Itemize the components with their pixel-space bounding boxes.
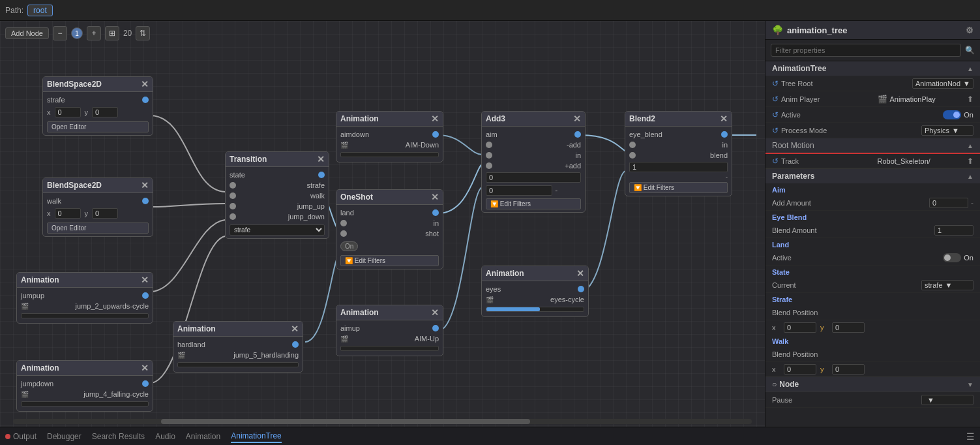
- tab-debugger[interactable]: Debugger: [47, 431, 82, 442]
- tab-audio[interactable]: Audio: [155, 431, 175, 442]
- add3-val1[interactable]: [486, 172, 581, 183]
- current-chevron: ▼: [945, 281, 953, 289]
- panel-header: 🌳 animation_tree ⚙: [765, 21, 980, 40]
- node-anim-aimup-body: aimup 🎬 AIM-Up: [336, 320, 443, 356]
- blendspace2-x[interactable]: [55, 208, 81, 219]
- blend2-val[interactable]: [629, 162, 728, 172]
- current-dropdown[interactable]: strafe ▼: [921, 280, 973, 290]
- port-walk-out: [142, 198, 149, 204]
- chevron-parameters: ▲: [967, 173, 973, 180]
- node-anim-eyes[interactable]: Animation ✕ eyes 🎬 eyes-cycle: [481, 266, 589, 317]
- tree-root-dropdown[interactable]: AnimationNod ▼: [912, 78, 973, 89]
- blendspace1-x[interactable]: [55, 107, 81, 117]
- add-amount-input[interactable]: [929, 198, 968, 208]
- oneshot-toggle[interactable]: On: [340, 241, 358, 251]
- port-row-eye-blend: eye_blend: [629, 129, 728, 140]
- node-blendspace1[interactable]: BlendSpace2D ✕ strafe x y Open Editor: [42, 76, 153, 136]
- tab-search-results[interactable]: Search Results: [92, 431, 145, 442]
- tree-root-chevron: ▼: [963, 80, 970, 87]
- blendspace2-y[interactable]: [92, 208, 118, 219]
- node-add3[interactable]: Add3 ✕ aim -add in +add: [481, 111, 586, 213]
- close-anim-hardland[interactable]: ✕: [291, 324, 299, 333]
- port-jump-up-in: jump_up: [230, 201, 325, 211]
- reset-process-mode[interactable]: ↺: [772, 126, 779, 135]
- node-blend2[interactable]: Blend2 ✕ eye_blend in blend -: [625, 111, 732, 196]
- eye-blend-subsection: Eye Blend: [765, 211, 980, 222]
- close-anim-jumpup[interactable]: ✕: [141, 275, 149, 284]
- close-blend2[interactable]: ✕: [720, 114, 728, 123]
- port-pos-add: +add: [486, 161, 581, 171]
- tab-output[interactable]: Output: [5, 431, 37, 442]
- close-transition[interactable]: ✕: [317, 155, 325, 164]
- tab-animation[interactable]: Animation: [186, 431, 220, 442]
- node-anim-jumpup[interactable]: Animation ✕ jumpup 🎬 jump_2_upwards-cycl…: [16, 272, 153, 324]
- land-active-value: On: [964, 254, 973, 262]
- node-anim-aimdown[interactable]: Animation ✕ aimdown 🎬 AIM-Down: [336, 111, 443, 162]
- process-mode-dropdown[interactable]: Physics ▼: [921, 125, 973, 136]
- close-oneshot[interactable]: ✕: [431, 192, 439, 202]
- port-in-blend2: in: [629, 140, 728, 150]
- close-blendspace2[interactable]: ✕: [141, 181, 149, 190]
- search-icon[interactable]: 🔍: [965, 46, 975, 55]
- oneshot-edit-filters[interactable]: 🔽 Edit Filters: [340, 255, 439, 266]
- canvas-area[interactable]: Add Node − 1 + ⊞ 20 ⇅: [0, 21, 765, 427]
- add3-val2[interactable]: [486, 185, 552, 196]
- walk-x-input[interactable]: [784, 364, 816, 375]
- blend2-edit-filters[interactable]: 🔽 Edit Filters: [629, 182, 728, 193]
- tab-animationtree[interactable]: AnimationTree: [231, 430, 282, 443]
- node-anim-hardland[interactable]: Animation ✕ hardland 🎬 jump_5_hardlandin…: [173, 321, 303, 373]
- node-anim-jumpup-body: jumpup 🎬 jump_2_upwards-cycle: [17, 288, 153, 323]
- blendspace1-y[interactable]: [92, 107, 118, 117]
- panel-settings-icon[interactable]: ⚙: [966, 25, 973, 35]
- add-node-button[interactable]: Add Node: [5, 27, 49, 39]
- strafe-x-input[interactable]: [784, 322, 816, 333]
- land-active-toggle-icon[interactable]: [943, 253, 961, 262]
- node-anim-jumpdown[interactable]: Animation ✕ jumpdown 🎬 jump_4_falling-cy…: [16, 360, 153, 412]
- close-anim-eyes[interactable]: ✕: [576, 269, 584, 278]
- blend-amount-input[interactable]: [934, 225, 973, 236]
- row-pause: Pause ▼: [765, 392, 980, 408]
- plus-icon[interactable]: +: [87, 26, 101, 40]
- strafe-y-input[interactable]: [832, 322, 865, 333]
- reset-anim-player[interactable]: ↺: [772, 95, 779, 104]
- canvas-scrollbar[interactable]: [13, 419, 752, 424]
- track-icon[interactable]: ⬆: [967, 157, 973, 166]
- close-anim-jumpdown[interactable]: ✕: [141, 363, 149, 373]
- open-editor-blendspace1[interactable]: Open Editor: [47, 121, 149, 132]
- root-motion-header[interactable]: Root Motion ▲: [765, 138, 980, 153]
- bottom-settings-icon[interactable]: ☰: [966, 431, 975, 442]
- node-oneshot[interactable]: OneShot ✕ land in shot On: [336, 189, 443, 269]
- pause-dropdown[interactable]: ▼: [921, 395, 973, 405]
- close-blendspace1[interactable]: ✕: [141, 80, 149, 89]
- node-section-header[interactable]: ○ Node ▼: [765, 377, 980, 391]
- close-add3[interactable]: ✕: [573, 114, 581, 123]
- transition-dropdown[interactable]: strafe: [230, 224, 325, 236]
- row-blend-position-strafe: Blend Position: [765, 305, 980, 320]
- port-jump-up-in-dot: [230, 203, 236, 209]
- walk-y-input[interactable]: [832, 364, 865, 375]
- add3-edit-filters[interactable]: 🔽 Edit Filters: [486, 198, 581, 209]
- close-anim-aimup[interactable]: ✕: [431, 308, 439, 317]
- node-oneshot-body: land in shot On 🔽 Edit Filters: [336, 205, 443, 269]
- arrow-icon[interactable]: ⇅: [136, 26, 150, 40]
- grid-icon[interactable]: ⊞: [105, 26, 119, 40]
- open-editor-blendspace2[interactable]: Open Editor: [47, 222, 149, 234]
- node-anim-aimup[interactable]: Animation ✕ aimup 🎬 AIM-Up: [336, 305, 443, 356]
- active-toggle[interactable]: On: [943, 110, 973, 119]
- land-active-toggle[interactable]: On: [943, 253, 973, 262]
- parameters-header[interactable]: Parameters ▲: [765, 169, 980, 183]
- minus-icon[interactable]: −: [53, 26, 67, 40]
- node-blendspace2[interactable]: BlendSpace2D ✕ walk x y Open Editor: [42, 177, 153, 237]
- reset-track[interactable]: ↺: [772, 157, 779, 166]
- anim-player-icon[interactable]: ⬆: [967, 95, 973, 104]
- section-header-animation-tree[interactable]: AnimationTree ▲: [765, 61, 980, 76]
- reset-active[interactable]: ↺: [772, 110, 779, 119]
- filter-properties-input[interactable]: [771, 44, 961, 57]
- node-transition[interactable]: Transition ✕ state strafe walk: [225, 151, 329, 239]
- path-root[interactable]: root: [27, 5, 53, 16]
- row-current: Current strafe ▼: [765, 277, 980, 293]
- reset-tree-root[interactable]: ↺: [772, 79, 779, 88]
- active-toggle-icon[interactable]: [943, 110, 961, 119]
- section-animation-tree-label: AnimationTree: [772, 64, 826, 73]
- close-anim-aimdown[interactable]: ✕: [431, 114, 439, 123]
